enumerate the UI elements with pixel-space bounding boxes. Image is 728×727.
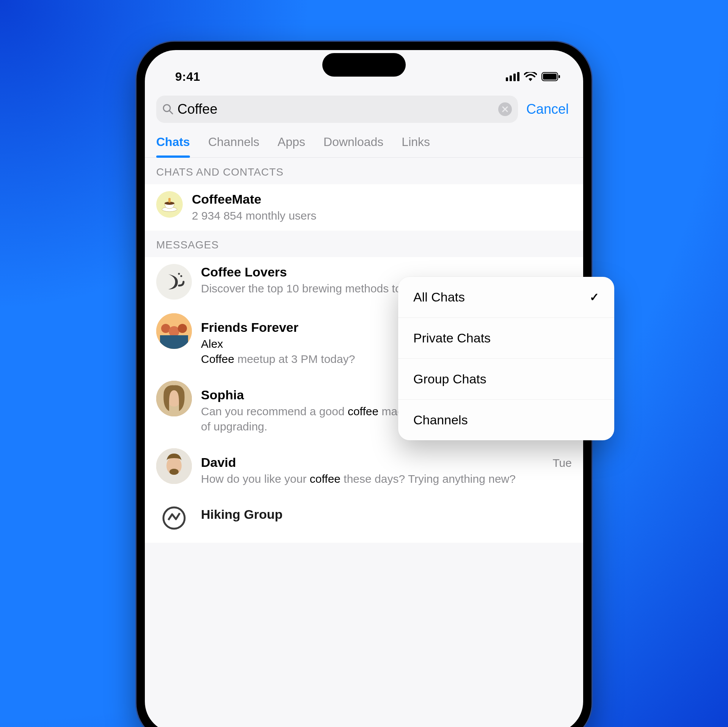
avatar [156, 381, 192, 416]
chat-name: Friends Forever [201, 320, 298, 335]
contacts-list: CoffeeMate 2 934 854 monthly users [145, 184, 583, 231]
tab-links[interactable]: Links [402, 130, 430, 157]
svg-rect-0 [506, 77, 508, 81]
dynamic-island [322, 53, 406, 77]
svg-point-18 [169, 326, 179, 337]
search-icon [162, 104, 174, 115]
search-row: Cancel [145, 92, 583, 130]
menu-item-label: Group Chats [413, 372, 486, 386]
menu-item-channels[interactable]: Channels [398, 399, 614, 440]
tab-downloads[interactable]: Downloads [323, 130, 383, 157]
message-row-hiking-group[interactable]: Hiking Group [145, 493, 583, 543]
svg-rect-3 [517, 72, 519, 81]
avatar [156, 313, 192, 349]
svg-rect-20 [160, 335, 188, 349]
row-content: Hiking Group [201, 500, 572, 522]
avatar [156, 264, 192, 300]
chat-name: David [201, 455, 236, 470]
cellular-icon [506, 72, 519, 81]
section-header-contacts: CHATS AND CONTACTS [145, 158, 583, 184]
contact-name: CoffeeMate [192, 192, 572, 207]
wifi-icon [524, 72, 537, 81]
svg-rect-5 [543, 74, 557, 80]
svg-rect-2 [513, 74, 516, 81]
check-icon: ✓ [590, 290, 599, 304]
svg-point-19 [178, 324, 187, 333]
menu-item-group-chats[interactable]: Group Chats [398, 358, 614, 399]
svg-line-8 [169, 111, 173, 114]
row-content: CoffeeMate 2 934 854 monthly users [192, 191, 572, 224]
search-field[interactable] [156, 96, 518, 123]
svg-rect-13 [168, 198, 171, 203]
message-row-david[interactable]: David Tue How do you like your coffee th… [145, 441, 583, 494]
battery-icon [541, 72, 560, 81]
filter-menu: All Chats ✓ Private Chats Group Chats Ch… [398, 277, 614, 440]
avatar [156, 500, 192, 536]
menu-item-label: All Chats [413, 290, 465, 305]
search-input[interactable] [174, 101, 498, 117]
svg-point-14 [178, 273, 180, 275]
svg-rect-1 [510, 75, 512, 81]
chat-preview: How do you like your coffee these days? … [201, 471, 572, 487]
avatar [156, 448, 192, 484]
svg-rect-6 [559, 75, 560, 78]
contact-row-coffeemate[interactable]: CoffeeMate 2 934 854 monthly users [145, 184, 583, 231]
svg-point-15 [180, 275, 182, 277]
chat-name: Hiking Group [201, 507, 282, 522]
tab-chats[interactable]: Chats [156, 130, 190, 157]
chat-name: Sophia [201, 388, 244, 402]
search-tabs: Chats Channels Apps Downloads Links [145, 130, 583, 158]
chat-date: Tue [549, 457, 572, 469]
chat-name: Coffee Lovers [201, 265, 287, 279]
menu-item-private-chats[interactable]: Private Chats [398, 317, 614, 358]
tab-channels[interactable]: Channels [208, 130, 259, 157]
section-header-messages: MESSAGES [145, 231, 583, 257]
clear-search-button[interactable] [498, 102, 512, 116]
status-icons [506, 72, 560, 81]
contact-sub: 2 934 854 monthly users [192, 208, 572, 224]
menu-item-label: Channels [413, 413, 468, 427]
cancel-button[interactable]: Cancel [526, 101, 572, 117]
status-time: 9:41 [175, 70, 200, 84]
menu-item-label: Private Chats [413, 331, 491, 345]
tab-apps[interactable]: Apps [278, 130, 305, 157]
row-content: David Tue How do you like your coffee th… [201, 448, 572, 487]
svg-point-25 [169, 469, 179, 475]
x-icon [502, 106, 508, 112]
avatar [156, 191, 183, 218]
menu-item-all-chats[interactable]: All Chats ✓ [398, 277, 614, 317]
